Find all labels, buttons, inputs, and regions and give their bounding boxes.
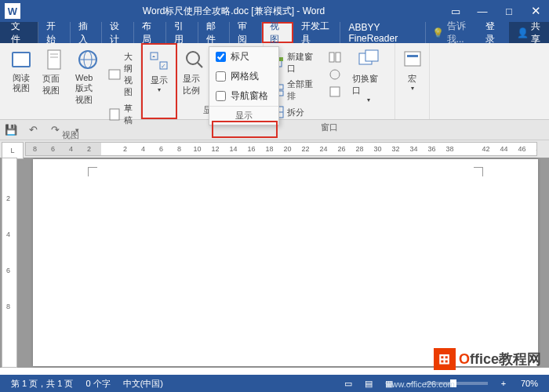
share-label: 共享 (531, 20, 541, 46)
page-count-status[interactable]: 第 1 页，共 1 页 (5, 378, 79, 390)
watermark-o: O (459, 351, 470, 367)
tab-start[interactable]: 开始 (38, 22, 71, 43)
zoom-label: 显示比例 (183, 73, 206, 96)
read-view-button[interactable]: 阅读 视图 (5, 46, 38, 95)
tab-mail[interactable]: 邮件 (198, 22, 231, 43)
ruler-corner[interactable]: L (2, 142, 24, 159)
ruler-label: 标尺 (231, 50, 249, 64)
show-label: 显示 (151, 74, 168, 86)
draft-label: 草稿 (124, 103, 133, 126)
watermark-logo: ⊞ Office教程网 (434, 348, 541, 370)
tab-design[interactable]: 设计 (102, 22, 134, 43)
macro-button[interactable]: 宏 ▾ (396, 46, 429, 93)
document-page[interactable] (33, 159, 538, 366)
chevron-down-icon: ▾ (158, 86, 161, 93)
share-button[interactable]: 👤 共享 (509, 22, 549, 43)
print-layout-icon[interactable]: ▤ (359, 376, 378, 390)
ruler-checkbox-item[interactable]: 标尺 (209, 47, 278, 67)
page-view-label: 页面视图 (42, 73, 66, 96)
svg-rect-8 (109, 70, 120, 79)
split-label: 拆分 (287, 107, 304, 118)
tell-me-search[interactable]: 💡 告诉我... (426, 20, 476, 46)
outline-view-button[interactable]: 大纲视图 (105, 49, 136, 100)
show-dropdown-menu: 标尺 网格线 导航窗格 显示 (209, 46, 279, 125)
tab-references[interactable]: 引用 (166, 22, 198, 43)
svg-line-14 (198, 63, 202, 67)
side-by-side-button[interactable] (325, 49, 344, 65)
draft-view-button[interactable]: 草稿 (105, 101, 136, 128)
window-group-label: 窗口 (321, 120, 338, 135)
horizontal-ruler[interactable]: 8642246810121416182022242628303234363842… (25, 142, 537, 156)
outline-label: 大纲视图 (124, 51, 133, 98)
tab-developer[interactable]: 开发工具 (293, 22, 341, 43)
navpane-label: 导航窗格 (231, 89, 268, 103)
read-mode-icon[interactable]: ▭ (339, 376, 358, 390)
reset-position-button[interactable] (325, 84, 344, 100)
window-title: Word标尺使用全攻略.doc [兼容模式] - Word (25, 5, 442, 18)
margin-corner-tl (88, 167, 97, 176)
share-icon: 👤 (517, 27, 529, 38)
close-button[interactable]: ✕ (522, 0, 549, 22)
macro-label: 宏 (408, 73, 416, 85)
svg-rect-9 (110, 109, 119, 120)
svg-rect-1 (13, 53, 29, 66)
read-view-label: 阅读 视图 (13, 73, 30, 93)
watermark-text: ffice教程网 (470, 351, 541, 367)
svg-rect-33 (405, 52, 420, 66)
tab-view[interactable]: 视图 (262, 22, 293, 43)
page-view-button[interactable]: 页面视图 (38, 46, 71, 98)
switch-window-button[interactable]: 切换窗口 ▾ (347, 46, 390, 105)
watermark-url: www.office26.com (386, 379, 455, 389)
svg-rect-32 (365, 50, 378, 61)
navpane-checkbox-item[interactable]: 导航窗格 (209, 86, 278, 106)
maximize-button[interactable]: □ (496, 0, 522, 22)
lightbulb-icon: 💡 (432, 27, 444, 38)
zoom-in-button[interactable]: + (494, 376, 513, 390)
zoom-button[interactable]: 显示比例 (178, 46, 211, 98)
tell-me-label: 告诉我... (447, 20, 470, 46)
svg-rect-2 (48, 50, 60, 69)
zoom-level[interactable]: 70% (514, 379, 544, 388)
app-icon: W (5, 3, 20, 19)
gridlines-label: 网格线 (231, 70, 259, 83)
chevron-down-icon: ▾ (411, 85, 414, 92)
gridlines-checkbox-item[interactable]: 网格线 (209, 67, 278, 86)
switch-window-label: 切换窗口 (352, 73, 385, 96)
tab-layout[interactable]: 布局 (134, 22, 166, 43)
language-status[interactable]: 中文(中国) (117, 378, 169, 390)
gridlines-checkbox[interactable] (216, 71, 226, 82)
tab-insert[interactable]: 插入 (71, 22, 103, 43)
svg-rect-22 (279, 57, 283, 61)
sync-scroll-button[interactable] (325, 67, 344, 82)
web-view-button[interactable]: Web 版式视图 (71, 46, 105, 107)
office-icon: ⊞ (434, 348, 456, 370)
svg-text:✓: ✓ (161, 63, 166, 70)
svg-point-29 (330, 70, 340, 79)
tab-file[interactable]: 文件 (0, 22, 38, 43)
show-dropdown-button[interactable]: ✓ 显示 ▾ (143, 48, 176, 95)
navpane-checkbox[interactable] (216, 91, 226, 101)
tab-abbyy[interactable]: ABBYY FineReader (340, 22, 425, 43)
word-count-status[interactable]: 0 个字 (79, 378, 116, 390)
login-button[interactable]: 登录 (479, 20, 506, 46)
tab-review[interactable]: 审阅 (230, 22, 262, 43)
web-view-label: Web 版式视图 (75, 73, 100, 106)
vertical-ruler[interactable]: 2468 (2, 158, 17, 368)
svg-rect-27 (329, 53, 334, 62)
dropdown-footer: 显示 (209, 106, 278, 125)
svg-point-13 (187, 52, 199, 64)
margin-corner-tr (474, 167, 483, 176)
ruler-checkbox[interactable] (216, 52, 226, 62)
chevron-down-icon: ▾ (367, 96, 370, 103)
svg-rect-28 (336, 53, 340, 62)
svg-rect-34 (407, 55, 418, 57)
svg-rect-30 (330, 87, 340, 96)
new-window-label: 新建窗口 (287, 51, 319, 74)
arrange-label: 全部重排 (287, 78, 319, 102)
